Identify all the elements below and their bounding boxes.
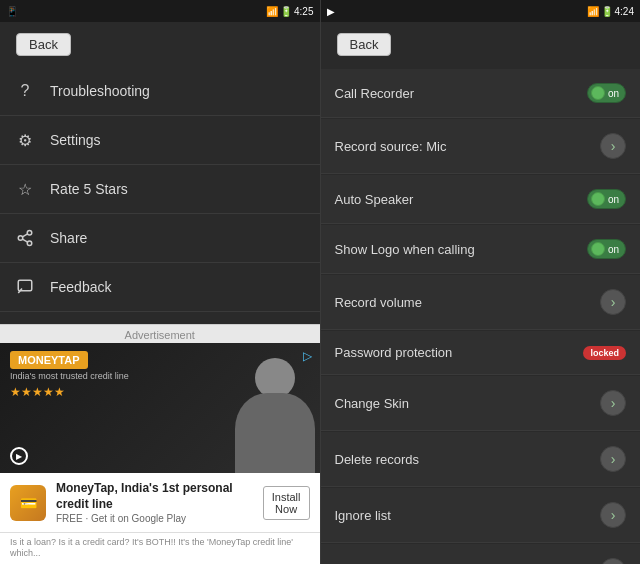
auto-speaker-label: Auto Speaker <box>335 192 414 207</box>
ad-banner[interactable]: MONEYTAP India's most trusted credit lin… <box>0 343 320 473</box>
right-status-right: 📶 🔋 4:24 <box>587 6 634 17</box>
locked-badge: locked <box>583 346 626 360</box>
menu-label-share: Share <box>50 230 87 246</box>
auto-speaker-knob <box>591 192 605 206</box>
settings-item-show-logo[interactable]: Show Logo when calling on <box>321 225 641 274</box>
toggle-knob <box>591 86 605 100</box>
change-skin-arrow[interactable]: › <box>600 390 626 416</box>
menu-label-feedback: Feedback <box>50 279 111 295</box>
menu-item-privacy[interactable]: Privacy Policy <box>0 312 320 324</box>
show-logo-toggle-text: on <box>608 244 619 255</box>
ad-tagline: India's most trusted credit line <box>10 371 129 381</box>
share-icon <box>14 227 36 249</box>
left-status-right: 📶 🔋 4:25 <box>266 6 313 17</box>
menu-item-settings[interactable]: ⚙ Settings <box>0 116 320 165</box>
settings-list: Call Recorder on Record source: Mic › Au… <box>321 69 641 564</box>
right-time: 4:24 <box>615 6 634 17</box>
password-label: Password protection <box>335 345 453 360</box>
record-source-label: Record source: Mic <box>335 139 447 154</box>
auto-speaker-toggle-text: on <box>608 194 619 205</box>
record-volume-arrow[interactable]: › <box>600 289 626 315</box>
call-recorder-toggle[interactable]: on <box>587 83 626 103</box>
left-battery-icon: 🔋 <box>280 6 292 17</box>
ad-footer: 💳 MoneyTap, India's 1st personal credit … <box>0 473 320 532</box>
toggle-on-text: on <box>608 88 619 99</box>
left-time: 4:25 <box>294 6 313 17</box>
svg-line-3 <box>22 239 27 242</box>
call-recorder-label: Call Recorder <box>335 86 414 101</box>
settings-item-call-recorder[interactable]: Call Recorder on <box>321 69 641 118</box>
settings-item-about[interactable]: About › <box>321 544 641 564</box>
star-icon: ☆ <box>14 178 36 200</box>
settings-item-record-volume[interactable]: Record volume › <box>321 275 641 330</box>
menu-item-rate[interactable]: ☆ Rate 5 Stars <box>0 165 320 214</box>
change-skin-label: Change Skin <box>335 396 409 411</box>
menu-label-rate: Rate 5 Stars <box>50 181 128 197</box>
menu-item-share[interactable]: Share <box>0 214 320 263</box>
menu-label-troubleshooting: Troubleshooting <box>50 83 150 99</box>
left-status-bar: 📱 📶 🔋 4:25 <box>0 0 320 22</box>
right-app-icon: ▶ <box>327 6 335 17</box>
settings-icon: ⚙ <box>14 129 36 151</box>
settings-item-password[interactable]: Password protection locked <box>321 331 641 375</box>
right-signal-icon: 📶 <box>587 6 599 17</box>
ad-brand-icon: 💳 <box>10 485 46 521</box>
record-volume-label: Record volume <box>335 295 422 310</box>
left-panel: 📱 📶 🔋 4:25 Back ? Troubleshooting ⚙ Sett… <box>0 0 320 564</box>
delete-records-arrow[interactable]: › <box>600 446 626 472</box>
ad-stars: ★★★★★ <box>10 385 65 399</box>
left-menu: ? Troubleshooting ⚙ Settings ☆ Rate 5 St… <box>0 67 320 324</box>
right-panel: ▶ 📶 🔋 4:24 Back Call Recorder on Record … <box>321 0 641 564</box>
show-logo-toggle[interactable]: on <box>587 239 626 259</box>
play-button[interactable]: ▶ <box>10 447 28 465</box>
ignore-list-label: Ignore list <box>335 508 391 523</box>
delete-records-label: Delete records <box>335 452 420 467</box>
feedback-icon <box>14 276 36 298</box>
troubleshooting-icon: ? <box>14 80 36 102</box>
settings-item-delete-records[interactable]: Delete records › <box>321 432 641 487</box>
svg-point-1 <box>18 236 23 241</box>
settings-item-change-skin[interactable]: Change Skin › <box>321 376 641 431</box>
ad-small-text: Is it a loan? Is it a credit card? It's … <box>0 533 320 564</box>
ignore-list-arrow[interactable]: › <box>600 502 626 528</box>
left-back-button[interactable]: Back <box>16 33 71 56</box>
right-back-button[interactable]: Back <box>337 33 392 56</box>
right-status-left: ▶ <box>327 6 335 17</box>
record-source-arrow[interactable]: › <box>600 133 626 159</box>
svg-rect-5 <box>18 280 32 291</box>
left-status-left: 📱 <box>6 6 18 17</box>
auto-speaker-toggle[interactable]: on <box>587 189 626 209</box>
ad-footer-title: MoneyTap, India's 1st personal credit li… <box>56 481 253 512</box>
ad-footer-sub: FREE · Get it on Google Play <box>56 513 253 524</box>
about-arrow[interactable]: › <box>600 558 626 564</box>
install-button[interactable]: Install Now <box>263 486 310 520</box>
ad-banner-content: MONEYTAP India's most trusted credit lin… <box>0 343 320 473</box>
settings-item-record-source[interactable]: Record source: Mic › <box>321 119 641 174</box>
ad-person <box>230 348 320 473</box>
right-status-bar: ▶ 📶 🔋 4:24 <box>321 0 641 22</box>
left-signal-icon: 📶 <box>266 6 278 17</box>
svg-point-0 <box>27 231 32 236</box>
ad-label: Advertisement <box>0 325 320 343</box>
settings-item-ignore-list[interactable]: Ignore list › <box>321 488 641 543</box>
svg-line-4 <box>22 234 27 237</box>
moneytap-logo: MONEYTAP <box>10 351 88 369</box>
show-logo-label: Show Logo when calling <box>335 242 475 257</box>
ad-footer-text: MoneyTap, India's 1st personal credit li… <box>56 481 253 523</box>
menu-item-feedback[interactable]: Feedback <box>0 263 320 312</box>
advertisement-section: Advertisement MONEYTAP India's most trus… <box>0 324 320 564</box>
right-battery-icon: 🔋 <box>601 6 613 17</box>
menu-label-settings: Settings <box>50 132 101 148</box>
settings-item-auto-speaker[interactable]: Auto Speaker on <box>321 175 641 224</box>
left-app-icon: 📱 <box>6 6 18 17</box>
show-logo-knob <box>591 242 605 256</box>
svg-point-2 <box>27 241 32 246</box>
menu-item-troubleshooting[interactable]: ? Troubleshooting <box>0 67 320 116</box>
